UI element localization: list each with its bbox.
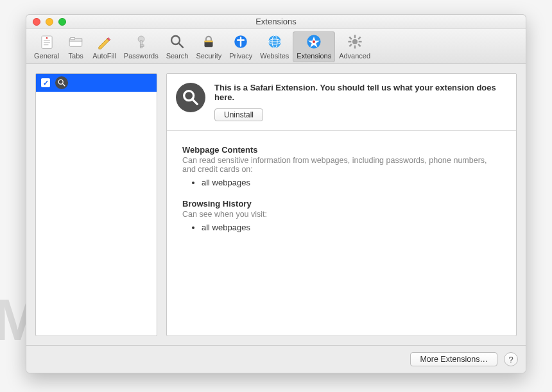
tab-extensions[interactable]: Extensions xyxy=(293,31,335,62)
svg-rect-25 xyxy=(354,46,355,49)
autofill-icon xyxy=(95,33,113,51)
tab-label: Websites xyxy=(260,52,289,60)
tab-label: Extensions xyxy=(297,52,331,60)
tab-label: Passwords xyxy=(124,52,159,60)
svg-line-12 xyxy=(178,43,183,47)
svg-rect-4 xyxy=(44,44,48,45)
tab-label: AutoFill xyxy=(92,52,116,60)
browsing-history-desc: Can see when you visit: xyxy=(182,210,501,219)
tab-security[interactable]: Security xyxy=(192,31,225,62)
help-button[interactable]: ? xyxy=(504,352,518,366)
svg-rect-7 xyxy=(71,38,75,40)
tab-label: Security xyxy=(196,52,221,60)
extension-list-item[interactable]: ✓ xyxy=(36,74,157,92)
extension-description: This is a Safari Extension. You should t… xyxy=(214,83,506,102)
svg-line-33 xyxy=(62,83,65,86)
tabs-icon xyxy=(67,33,85,51)
webpage-contents-item: all webpages xyxy=(202,176,501,189)
uninstall-button[interactable]: Uninstall xyxy=(214,108,263,121)
svg-point-22 xyxy=(313,40,315,43)
titlebar: Extensions xyxy=(26,15,526,29)
tab-search[interactable]: Search xyxy=(162,31,193,62)
svg-rect-30 xyxy=(349,44,352,47)
permissions-section: Webpage Contents Can read sensitive info… xyxy=(167,131,516,258)
webpage-contents-title: Webpage Contents xyxy=(182,145,501,155)
webpage-contents-desc: Can read sensitive information from webp… xyxy=(182,156,501,174)
tab-tabs[interactable]: Tabs xyxy=(63,31,89,62)
extension-detail-icon xyxy=(176,83,205,112)
privacy-icon xyxy=(232,33,250,51)
tab-label: Advanced xyxy=(339,52,370,60)
svg-rect-9 xyxy=(140,40,142,47)
tab-general[interactable]: General xyxy=(30,31,63,62)
svg-line-35 xyxy=(193,99,198,105)
browsing-history-item: all webpages xyxy=(202,221,501,234)
preferences-window: Extensions General Tabs AutoFill Passwor… xyxy=(26,14,526,373)
window-title: Extensions xyxy=(26,17,526,26)
tab-advanced[interactable]: Advanced xyxy=(335,31,374,62)
general-icon xyxy=(38,33,56,51)
passwords-icon xyxy=(132,33,150,51)
tab-label: Privacy xyxy=(229,52,252,60)
content-area: ✓ This is a Safari Extension. You should… xyxy=(26,64,526,345)
more-extensions-button[interactable]: More Extensions… xyxy=(410,352,497,366)
svg-rect-24 xyxy=(354,35,355,38)
svg-rect-29 xyxy=(358,44,361,47)
svg-rect-27 xyxy=(358,41,361,42)
search-icon xyxy=(168,33,186,51)
extension-header: This is a Safari Extension. You should t… xyxy=(167,74,516,131)
security-icon xyxy=(200,33,218,51)
advanced-icon xyxy=(346,33,364,51)
extension-details: This is a Safari Extension. You should t… xyxy=(166,73,517,336)
svg-rect-2 xyxy=(44,40,50,41)
tab-label: General xyxy=(34,52,59,60)
tab-websites[interactable]: Websites xyxy=(256,31,293,62)
extension-checkbox[interactable]: ✓ xyxy=(41,78,50,87)
svg-point-1 xyxy=(46,37,47,38)
tab-label: Search xyxy=(166,52,189,60)
browsing-history-title: Browsing History xyxy=(182,199,501,209)
svg-rect-28 xyxy=(349,37,352,40)
tab-autofill[interactable]: AutoFill xyxy=(89,31,120,62)
extensions-sidebar: ✓ xyxy=(35,73,157,336)
extensions-icon xyxy=(305,33,323,51)
tab-label: Tabs xyxy=(69,52,83,60)
extension-item-icon xyxy=(55,76,68,89)
footer: More Extensions… ? xyxy=(26,345,526,373)
toolbar: General Tabs AutoFill Passwords Search xyxy=(26,29,526,64)
svg-rect-10 xyxy=(140,45,144,46)
svg-rect-14 xyxy=(205,40,213,42)
svg-rect-26 xyxy=(348,41,351,42)
tab-passwords[interactable]: Passwords xyxy=(120,31,162,62)
svg-rect-31 xyxy=(358,37,361,40)
tab-privacy[interactable]: Privacy xyxy=(225,31,256,62)
svg-point-23 xyxy=(352,39,358,44)
websites-icon xyxy=(266,33,284,51)
svg-rect-3 xyxy=(44,42,50,43)
